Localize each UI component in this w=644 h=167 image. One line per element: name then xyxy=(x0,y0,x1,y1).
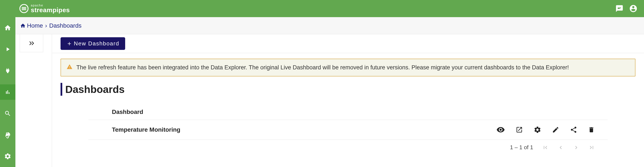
section-title: Dashboards xyxy=(60,83,644,96)
warning-icon xyxy=(66,64,72,71)
dashboards-table: Dashboard Temperature Monitoring xyxy=(88,104,608,151)
nav-home[interactable] xyxy=(0,20,16,36)
logo-name-text: streampipes xyxy=(31,7,70,13)
main-content: New Dashboard The live refresh feature h… xyxy=(52,34,644,167)
toolbar: New Dashboard xyxy=(52,34,644,53)
section-title-text: Dashboards xyxy=(65,84,124,95)
warning-text: The live refresh feature has been integr… xyxy=(76,64,569,71)
view-icon[interactable] xyxy=(496,126,505,134)
app-header: apache streampipes xyxy=(0,0,644,17)
breadcrumb-separator: › xyxy=(45,22,47,29)
logo-icon xyxy=(19,4,29,13)
expand-panel-button[interactable] xyxy=(20,34,43,52)
new-dashboard-button[interactable]: New Dashboard xyxy=(60,37,125,50)
new-dashboard-label: New Dashboard xyxy=(74,40,119,47)
nav-data-explorer[interactable] xyxy=(0,106,16,121)
paginator: 1 – 1 of 1 xyxy=(88,140,608,151)
nav-dashboards[interactable] xyxy=(0,84,16,100)
chat-icon[interactable] xyxy=(615,4,624,13)
account-icon[interactable] xyxy=(629,4,638,13)
nav-assets[interactable] xyxy=(0,127,16,142)
column-header-dashboard: Dashboard xyxy=(112,108,143,115)
table-header-row: Dashboard xyxy=(88,104,608,120)
plus-icon xyxy=(66,41,72,46)
warning-banner: The live refresh feature has been integr… xyxy=(60,59,636,76)
settings-icon[interactable] xyxy=(534,126,541,134)
delete-icon[interactable] xyxy=(588,126,595,133)
home-icon xyxy=(20,23,26,28)
share-icon[interactable] xyxy=(570,126,577,134)
app-logo: apache streampipes xyxy=(19,4,70,13)
table-row: Temperature Monitoring xyxy=(88,120,608,140)
nav-connect[interactable] xyxy=(0,63,16,78)
chevron-double-right-icon xyxy=(28,40,35,47)
open-in-new-icon[interactable] xyxy=(516,126,523,134)
paginator-next-icon[interactable] xyxy=(573,144,580,151)
paginator-last-icon[interactable] xyxy=(588,144,595,151)
side-nav xyxy=(0,17,16,167)
paginator-prev-icon[interactable] xyxy=(558,144,564,151)
breadcrumb: Home › Dashboards xyxy=(16,17,644,34)
row-actions xyxy=(496,126,608,134)
paginator-range: 1 – 1 of 1 xyxy=(510,144,533,151)
edit-icon[interactable] xyxy=(552,126,559,134)
nav-configuration[interactable] xyxy=(0,148,16,164)
section-title-accent xyxy=(60,83,62,96)
breadcrumb-home-link[interactable]: Home xyxy=(27,22,43,29)
dashboard-name: Temperature Monitoring xyxy=(112,126,180,133)
breadcrumb-current: Dashboards xyxy=(49,22,82,29)
nav-pipelines[interactable] xyxy=(0,42,16,57)
paginator-first-icon[interactable] xyxy=(542,144,548,151)
